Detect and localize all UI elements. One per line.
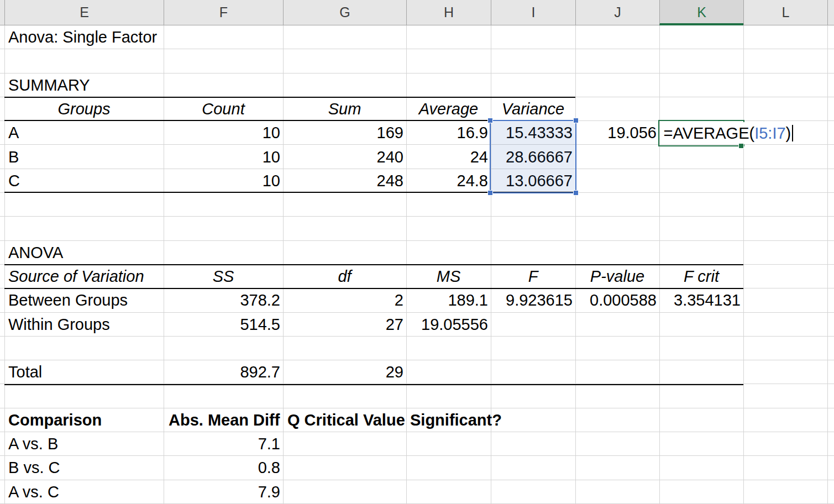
- cell-H7[interactable]: 24.8: [406, 169, 491, 193]
- cell-F5[interactable]: 10: [164, 121, 283, 145]
- cell-G17[interactable]: Q Critical Value: [283, 408, 406, 432]
- header-separator: [827, 0, 828, 25]
- cell-E12[interactable]: Between Groups: [4, 288, 164, 312]
- formula-input[interactable]: =AVERAGE(I5:I7): [660, 122, 795, 144]
- cell-G6[interactable]: 240: [283, 145, 406, 169]
- cell-G12[interactable]: 2: [283, 288, 406, 312]
- column-header-H[interactable]: H: [406, 0, 491, 25]
- cell-G4[interactable]: Sum: [283, 97, 406, 121]
- cell-F13[interactable]: 514.5: [164, 313, 283, 337]
- cell-F4[interactable]: Count: [164, 97, 283, 121]
- cell-J11[interactable]: P-value: [575, 265, 659, 288]
- cell-H5[interactable]: 16.9: [406, 121, 491, 145]
- cell-H6[interactable]: 24: [406, 145, 491, 169]
- selection-handle-top-left[interactable]: [487, 118, 493, 123]
- cell-E1[interactable]: Anova: Single Factor: [4, 25, 164, 49]
- cell-F17[interactable]: Abs. Mean Diff: [164, 408, 283, 432]
- cell-G15[interactable]: 29: [283, 360, 406, 384]
- cell-I4[interactable]: Variance: [491, 97, 575, 121]
- cell-E13[interactable]: Within Groups: [4, 313, 164, 337]
- cell-E18[interactable]: A vs. B: [4, 432, 164, 456]
- column-header-I[interactable]: I: [491, 0, 575, 25]
- cell-H12[interactable]: 189.1: [406, 288, 491, 312]
- column-header-E[interactable]: E: [4, 0, 164, 25]
- cell-F12[interactable]: 378.2: [164, 288, 283, 312]
- column-header-L[interactable]: L: [743, 0, 827, 25]
- cell-E3[interactable]: SUMMARY: [4, 74, 164, 97]
- cell-E11[interactable]: Source of Variation: [4, 265, 164, 288]
- cell-E15[interactable]: Total: [4, 360, 164, 384]
- column-header-G[interactable]: G: [283, 0, 406, 25]
- cell-H13[interactable]: 19.05556: [406, 313, 491, 337]
- cell-E4[interactable]: Groups: [4, 97, 164, 121]
- cell-G13[interactable]: 27: [283, 313, 406, 337]
- column-header-K-selected[interactable]: K: [659, 0, 743, 25]
- selection-handle-bottom-right[interactable]: [573, 190, 579, 196]
- cell-G5[interactable]: 169: [283, 121, 406, 145]
- cell-I11[interactable]: F: [491, 265, 575, 288]
- fill-handle[interactable]: [738, 143, 744, 149]
- cell-E5[interactable]: A: [4, 121, 164, 145]
- cell-E6[interactable]: B: [4, 145, 164, 169]
- spreadsheet: E F G H I J K L Anova: Single Factor SUM…: [0, 0, 834, 504]
- cell-E20[interactable]: A vs. C: [4, 480, 164, 504]
- formula-range-reference: I5:I7: [754, 124, 785, 142]
- cell-G7[interactable]: 248: [283, 169, 406, 193]
- cell-E10[interactable]: ANOVA: [4, 241, 164, 265]
- formula-text: =AVERAGE(: [664, 124, 755, 142]
- column-header-J[interactable]: J: [575, 0, 659, 25]
- cell-F15[interactable]: 892.7: [164, 360, 283, 384]
- cell-F6[interactable]: 10: [164, 145, 283, 169]
- formula-text-suffix: ): [786, 124, 791, 142]
- cell-F11[interactable]: SS: [164, 265, 283, 288]
- cell-E17[interactable]: Comparison: [4, 408, 164, 432]
- cell-E19[interactable]: B vs. C: [4, 456, 164, 480]
- column-header-row: E F G H I J K L: [0, 0, 834, 25]
- cell-I12[interactable]: 9.923615: [491, 288, 575, 312]
- text-caret: [792, 125, 793, 141]
- cell-E7[interactable]: C: [4, 169, 164, 193]
- cell-G11[interactable]: df: [283, 265, 406, 288]
- column-header-F[interactable]: F: [164, 0, 283, 25]
- cell-J12[interactable]: 0.000588: [575, 288, 659, 312]
- cell-J5[interactable]: 19.056: [575, 121, 659, 145]
- cell-F19[interactable]: 0.8: [164, 456, 283, 480]
- cell-F20[interactable]: 7.9: [164, 480, 283, 504]
- cell-H11[interactable]: MS: [406, 265, 491, 288]
- cell-K12[interactable]: 3.354131: [659, 288, 743, 312]
- formula-range-selection-I5-I7[interactable]: [490, 120, 576, 193]
- cell-K11[interactable]: F crit: [659, 265, 743, 288]
- cell-F7[interactable]: 10: [164, 169, 283, 193]
- selection-handle-top-right[interactable]: [573, 118, 579, 123]
- cell-F18[interactable]: 7.1: [164, 432, 283, 456]
- selection-handle-bottom-left[interactable]: [487, 190, 493, 196]
- cell-H4[interactable]: Average: [406, 97, 491, 121]
- cell-H17[interactable]: Significant?: [406, 408, 491, 432]
